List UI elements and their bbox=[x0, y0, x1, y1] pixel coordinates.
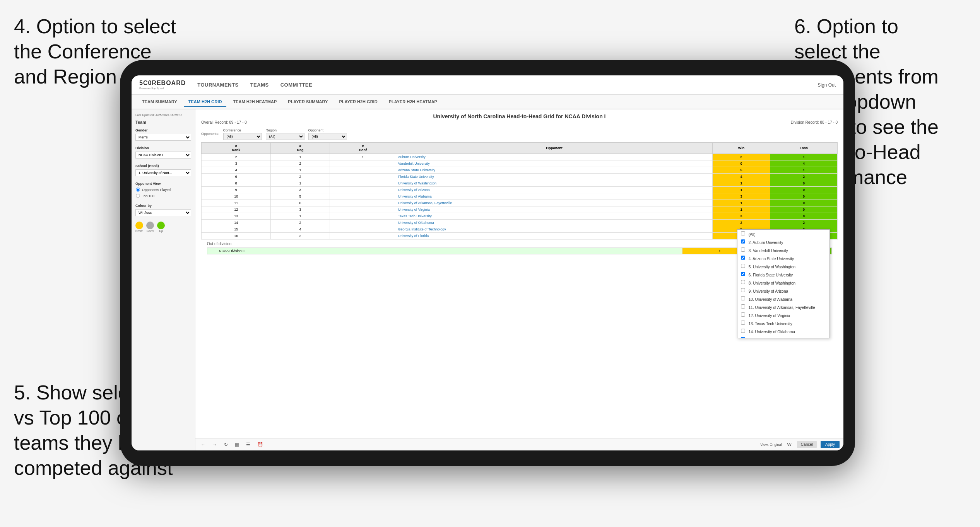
dropdown-checkbox-3[interactable] bbox=[741, 256, 745, 259]
cell-opponent: University of Washington bbox=[396, 180, 712, 187]
opponent-filter-select[interactable]: (All) bbox=[308, 133, 347, 140]
tab-team-h2h-heatmap[interactable]: TEAM H2H HEATMAP bbox=[228, 97, 281, 107]
dropdown-item[interactable]: 9. University of Arizona bbox=[737, 287, 829, 295]
dropdown-checkbox-5[interactable] bbox=[741, 272, 745, 276]
nav-tournaments[interactable]: TOURNAMENTS bbox=[197, 80, 238, 90]
dropdown-checkbox-13[interactable] bbox=[741, 337, 745, 338]
toolbar-redo[interactable]: → bbox=[211, 441, 219, 448]
col-loss: Loss bbox=[770, 143, 837, 154]
cell-rank: 13 bbox=[202, 213, 271, 220]
filters-row: Opponents: Conference (All) Region (All) bbox=[195, 126, 843, 142]
dropdown-item[interactable]: 3. Vanderbilt University bbox=[737, 246, 829, 254]
dropdown-checkbox-11[interactable] bbox=[741, 321, 745, 324]
dropdown-item[interactable]: 11. University of Arkansas, Fayetteville bbox=[737, 303, 829, 311]
nav-committee[interactable]: COMMITTEE bbox=[280, 80, 313, 90]
opponent-view-radio-group: Opponents Played Top 100 bbox=[135, 187, 191, 198]
table-row: 6 2 Florida State University 4 2 bbox=[202, 174, 838, 180]
dropdown-item[interactable]: 2. Auburn University bbox=[737, 238, 829, 246]
cell-rank: 3 bbox=[202, 160, 271, 167]
toolbar-watermark: W bbox=[786, 441, 793, 448]
dropdown-item[interactable]: 5. University of Washington bbox=[737, 262, 829, 270]
region-filter-group: Region (All) bbox=[266, 128, 304, 140]
toolbar-clock[interactable]: ⏰ bbox=[256, 441, 265, 448]
cell-loss: 0 bbox=[770, 200, 837, 206]
dropdown-item[interactable]: 15. Georgia Institute of Technology bbox=[737, 335, 829, 338]
cell-rank: 15 bbox=[202, 226, 271, 233]
legend-up: Up bbox=[157, 222, 165, 233]
cell-reg: 2 bbox=[271, 160, 330, 167]
bottom-toolbar: ← → ↻ ▦ ☰ ⏰ View: Original W Cancel Appl… bbox=[195, 438, 843, 450]
radio-top100[interactable]: Top 100 bbox=[135, 193, 191, 198]
toolbar-undo[interactable]: ← bbox=[199, 441, 207, 448]
dropdown-item[interactable]: 4. Arizona State University bbox=[737, 254, 829, 262]
dropdown-checkbox-10[interactable] bbox=[741, 312, 745, 316]
nav-teams[interactable]: TEAMS bbox=[250, 80, 269, 90]
cell-opponent: Georgia Institute of Technology bbox=[396, 226, 712, 233]
region-filter-select[interactable]: (All) bbox=[266, 133, 304, 140]
dropdown-item[interactable]: 13. Texas Tech University bbox=[737, 319, 829, 327]
dropdown-checkbox-2[interactable] bbox=[741, 247, 745, 251]
dropdown-item[interactable]: 8. University of Washington bbox=[737, 278, 829, 287]
dropdown-checkbox-6[interactable] bbox=[741, 280, 745, 284]
school-select[interactable]: 1. University of Nort... bbox=[135, 169, 191, 176]
dropdown-item[interactable]: 14. University of Oklahoma bbox=[737, 327, 829, 335]
cell-rank: 2 bbox=[202, 154, 271, 160]
table-row: 14 2 University of Oklahoma 2 2 bbox=[202, 220, 838, 226]
table-row: 9 3 University of Arizona 1 0 bbox=[202, 187, 838, 193]
toolbar-reset[interactable]: ↻ bbox=[222, 441, 229, 448]
cell-loss: 0 bbox=[770, 193, 837, 200]
dropdown-checkbox-1[interactable] bbox=[741, 239, 745, 243]
cell-win: 4 bbox=[712, 174, 770, 180]
nav-right[interactable]: Sign Out bbox=[818, 82, 836, 88]
cell-conf bbox=[330, 213, 396, 220]
legend-level-dot bbox=[146, 222, 154, 229]
cell-reg: 1 bbox=[271, 180, 330, 187]
dropdown-item[interactable]: 6. Florida State University bbox=[737, 270, 829, 278]
tab-team-summary[interactable]: TEAM SUMMARY bbox=[137, 97, 182, 107]
tab-player-h2h-grid[interactable]: PLAYER H2H GRID bbox=[334, 97, 382, 107]
col-conf: #Conf bbox=[330, 143, 396, 154]
dropdown-item[interactable]: (All) bbox=[737, 230, 829, 238]
dropdown-item[interactable]: 10. University of Alabama bbox=[737, 295, 829, 303]
dropdown-checkbox-7[interactable] bbox=[741, 288, 745, 292]
dropdown-checkbox-9[interactable] bbox=[741, 304, 745, 308]
dropdown-checkbox-12[interactable] bbox=[741, 329, 745, 333]
colour-select[interactable]: Win/loss bbox=[135, 209, 191, 216]
division-select[interactable]: NCAA Division I bbox=[135, 152, 191, 159]
tab-player-summary[interactable]: PLAYER SUMMARY bbox=[283, 97, 332, 107]
opponent-filter-group: Opponent (All) bbox=[308, 128, 347, 140]
cell-rank: 8 bbox=[202, 180, 271, 187]
tab-player-h2h-heatmap[interactable]: PLAYER H2H HEATMAP bbox=[384, 97, 442, 107]
last-updated-text: Last Updated: 4/25/2024 16:55:38 bbox=[135, 113, 191, 117]
cell-win: 1 bbox=[712, 200, 770, 206]
conference-filter-select[interactable]: (All) bbox=[223, 133, 262, 140]
dropdown-checkbox-8[interactable] bbox=[741, 296, 745, 300]
col-rank: #Rank bbox=[202, 143, 271, 154]
cell-conf bbox=[330, 233, 396, 239]
view-label: View: Original bbox=[760, 443, 782, 447]
tab-team-h2h-grid[interactable]: TEAM H2H GRID bbox=[184, 97, 227, 107]
gender-select[interactable]: Men's bbox=[135, 134, 191, 141]
cancel-button[interactable]: Cancel bbox=[797, 441, 817, 448]
dropdown-checkbox-0[interactable] bbox=[741, 231, 745, 235]
cell-reg: 4 bbox=[271, 226, 330, 233]
radio-opponents-played[interactable]: Opponents Played bbox=[135, 187, 191, 192]
cell-opponent: University of Oklahoma bbox=[396, 220, 712, 226]
data-table: #Rank #Reg #Conf Opponent Win Loss 2 1 1… bbox=[201, 142, 838, 239]
table-row: 13 1 Texas Tech University 3 0 bbox=[202, 213, 838, 220]
cell-reg: 2 bbox=[271, 233, 330, 239]
toolbar-copy[interactable]: ▦ bbox=[233, 441, 241, 448]
division-section: Division NCAA Division I bbox=[135, 146, 191, 159]
opponent-dropdown-overlay[interactable]: (All) 2. Auburn University 3. Vanderbilt… bbox=[737, 229, 830, 338]
toolbar-zoom[interactable]: ☰ bbox=[245, 441, 252, 448]
cell-reg: 1 bbox=[271, 213, 330, 220]
cell-rank: 12 bbox=[202, 206, 271, 213]
cell-rank: 9 bbox=[202, 187, 271, 193]
dropdown-item[interactable]: 12. University of Virginia bbox=[737, 311, 829, 319]
gender-label: Gender bbox=[135, 128, 191, 132]
color-legend: Down Level Up bbox=[135, 222, 191, 233]
cell-loss: 0 bbox=[770, 213, 837, 220]
cell-opponent: University of Florida bbox=[396, 233, 712, 239]
apply-button[interactable]: Apply bbox=[821, 441, 840, 448]
dropdown-checkbox-4[interactable] bbox=[741, 264, 745, 268]
